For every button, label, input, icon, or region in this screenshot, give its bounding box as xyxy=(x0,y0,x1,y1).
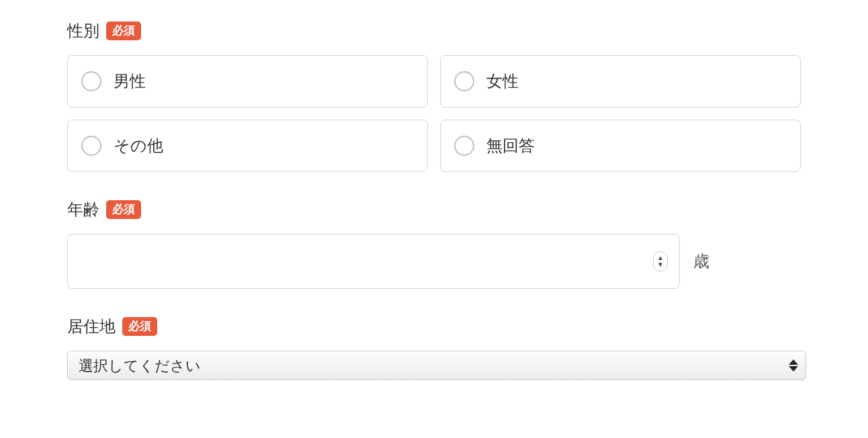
age-unit-label: 歳 xyxy=(693,251,709,272)
gender-option-other[interactable]: その他 xyxy=(67,120,428,172)
gender-section: 性別 必須 男性 女性 その他 無回答 xyxy=(67,20,801,172)
age-input-wrapper: ▲ ▼ xyxy=(67,234,680,289)
gender-option-label: 無回答 xyxy=(486,135,535,157)
gender-radio-grid: 男性 女性 その他 無回答 xyxy=(67,55,801,172)
residence-section: 居住地 必須 選択してください xyxy=(67,316,801,380)
radio-icon xyxy=(454,71,474,91)
gender-option-label: その他 xyxy=(114,135,163,157)
age-label: 年齢 xyxy=(67,199,99,220)
gender-option-female[interactable]: 女性 xyxy=(440,55,801,107)
residence-select-wrapper: 選択してください xyxy=(67,351,806,380)
required-badge: 必須 xyxy=(106,21,141,40)
residence-select[interactable]: 選択してください xyxy=(67,351,806,380)
gender-option-male[interactable]: 男性 xyxy=(67,55,428,107)
residence-label: 居住地 xyxy=(67,316,116,337)
age-section: 年齢 必須 ▲ ▼ 歳 xyxy=(67,199,801,289)
age-input-row: ▲ ▼ 歳 xyxy=(67,234,801,289)
radio-icon xyxy=(81,71,101,91)
gender-option-noanswer[interactable]: 無回答 xyxy=(440,120,801,172)
required-badge: 必須 xyxy=(106,200,141,219)
age-input[interactable] xyxy=(67,234,680,289)
required-badge: 必須 xyxy=(122,317,157,336)
residence-label-row: 居住地 必須 xyxy=(67,316,801,337)
gender-label-row: 性別 必須 xyxy=(67,20,801,42)
gender-option-label: 女性 xyxy=(486,71,519,92)
gender-label: 性別 xyxy=(67,20,99,42)
radio-icon xyxy=(81,136,101,156)
radio-icon xyxy=(454,136,474,156)
gender-option-label: 男性 xyxy=(114,71,146,92)
age-label-row: 年齢 必須 xyxy=(67,199,801,220)
